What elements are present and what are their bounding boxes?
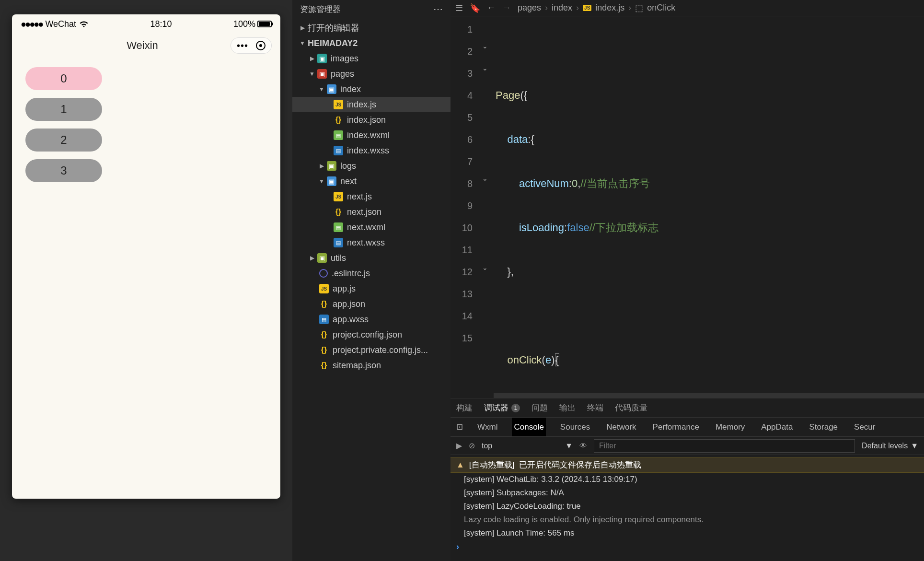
tree-index-folder[interactable]: ▼▣index (292, 82, 450, 97)
tab-output[interactable]: 输出 (559, 402, 576, 413)
tree-next-js[interactable]: JSnext.js (292, 189, 450, 204)
console-output[interactable]: ▲ [自动热重载] 已开启代码文件保存后自动热重载 [system] WeCha… (450, 455, 924, 561)
devtool-tabs: ⊡ Wxml Console Sources Network Performan… (450, 418, 924, 437)
json-icon: {} (319, 361, 329, 370)
dt-console[interactable]: Console (512, 418, 545, 436)
tree-project-config[interactable]: {}project.config.json (292, 327, 450, 342)
dt-memory[interactable]: Memory (714, 418, 747, 436)
tree-index-wxss[interactable]: ▤index.wxss (292, 143, 450, 158)
tab-terminal[interactable]: 终端 (587, 402, 603, 413)
tab-debugger[interactable]: 调试器1 (484, 402, 520, 413)
tree-project-private[interactable]: {}project.private.config.js... (292, 342, 450, 358)
panel-tabs: 构建 调试器1 问题 输出 终端 代码质量 (450, 398, 924, 418)
json-icon: {} (334, 207, 343, 217)
levels-select[interactable]: Default levels▼ (862, 442, 918, 450)
folder-icon: ▣ (317, 69, 327, 79)
tree-utils[interactable]: ▶▣utils (292, 250, 450, 266)
nav-back-icon[interactable]: ← (487, 3, 496, 13)
tree-next-folder[interactable]: ▼▣next (292, 174, 450, 189)
badge: 1 (511, 404, 520, 412)
inspect-icon[interactable]: ⊡ (456, 422, 463, 432)
dt-sources[interactable]: Sources (558, 418, 592, 436)
tree-logs[interactable]: ▶▣logs (292, 158, 450, 174)
clear-icon[interactable]: ⊘ (469, 441, 475, 450)
console-log: [system] Subpackages: N/A (450, 486, 924, 500)
json-icon: {} (319, 345, 329, 355)
explorer-panel: 资源管理器 ⋯ ▶打开的编辑器 ▼HEIMADAY2 ▶▣images ▼▣pa… (292, 0, 450, 561)
tab-problems[interactable]: 问题 (531, 402, 548, 413)
js-icon: JS (319, 284, 329, 293)
filter-input[interactable] (594, 439, 855, 453)
play-icon[interactable]: ▶ (456, 441, 462, 450)
wxml-icon: ▤ (334, 222, 343, 232)
folder-icon: ▣ (327, 176, 336, 186)
wxss-icon: ▤ (319, 315, 329, 324)
folder-icon: ▣ (317, 253, 327, 263)
tab-quality[interactable]: 代码质量 (615, 402, 647, 413)
tree-pages[interactable]: ▼▣pages (292, 66, 450, 82)
bc-file[interactable]: index.js (595, 3, 624, 13)
bookmark-icon[interactable]: 🔖 (470, 3, 480, 13)
fold-icon[interactable]: ⌄ (482, 64, 488, 72)
folder-icon: ▣ (317, 54, 327, 63)
title-bar: Weixin ••• (12, 34, 280, 58)
tree-images[interactable]: ▶▣images (292, 51, 450, 66)
breadcrumb[interactable]: pages › index › JS index.js › ⬚ onClick (518, 3, 675, 13)
fold-icon[interactable]: ⌄ (482, 42, 488, 50)
wxml-icon: ▤ (334, 130, 343, 140)
bc-index[interactable]: index (552, 3, 572, 13)
eye-icon[interactable]: 👁 (579, 442, 587, 450)
outline-icon[interactable]: ☰ (455, 3, 463, 13)
tree-app-js[interactable]: JSapp.js (292, 281, 450, 296)
code-area[interactable]: Page({ data:{ activeNum:0,//当前点击序号 isLoa… (494, 16, 924, 398)
tree-project-root[interactable]: ▼HEIMADAY2 (292, 35, 450, 51)
dt-security[interactable]: Secur (852, 418, 877, 436)
eslint-icon (319, 269, 328, 278)
context-select[interactable]: top▼ (482, 442, 573, 450)
tree-index-js[interactable]: JSindex.js (292, 97, 450, 112)
dt-storage[interactable]: Storage (808, 418, 840, 436)
bottom-panel: 构建 调试器1 问题 输出 终端 代码质量 ⊡ Wxml Console Sou… (450, 398, 924, 561)
status-time: 18:10 (150, 19, 172, 29)
tree-index-wxml[interactable]: ▤index.wxml (292, 128, 450, 143)
dt-performance[interactable]: Performance (651, 418, 701, 436)
json-icon: {} (319, 330, 329, 339)
bc-pages[interactable]: pages (518, 3, 541, 13)
tree-app-json[interactable]: {}app.json (292, 296, 450, 312)
tree-open-editors[interactable]: ▶打开的编辑器 (292, 20, 450, 35)
console-log: [system] Launch Time: 565 ms (450, 526, 924, 540)
fold-icon[interactable]: ⌄ (482, 264, 488, 271)
list-button-0[interactable]: 0 (25, 67, 102, 90)
tree-sitemap[interactable]: {}sitemap.json (292, 358, 450, 373)
fold-icon[interactable]: ⌄ (482, 175, 488, 182)
close-target-icon[interactable] (256, 41, 266, 50)
tree-next-json[interactable]: {}next.json (292, 204, 450, 220)
tree-app-wxss[interactable]: ▤app.wxss (292, 312, 450, 327)
dt-network[interactable]: Network (604, 418, 638, 436)
explorer-title: 资源管理器 (300, 4, 341, 15)
js-icon: JS (334, 192, 343, 201)
tree-index-json[interactable]: {}index.json (292, 112, 450, 128)
console-prompt[interactable]: › (450, 540, 924, 554)
list-button-3[interactable]: 3 (25, 159, 102, 182)
fold-column: ⌄ ⌄ ⌄ ⌄ (479, 16, 494, 398)
capsule-button[interactable]: ••• (231, 37, 272, 54)
list-button-2[interactable]: 2 (25, 129, 102, 152)
tree-next-wxss[interactable]: ▤next.wxss (292, 235, 450, 250)
dt-appdata[interactable]: AppData (759, 418, 795, 436)
tree-next-wxml[interactable]: ▤next.wxml (292, 220, 450, 235)
file-tree: ▶打开的编辑器 ▼HEIMADAY2 ▶▣images ▼▣pages ▼▣in… (292, 18, 450, 561)
menu-dots-icon[interactable]: ••• (237, 43, 248, 48)
nav-forward-icon[interactable]: → (502, 3, 511, 13)
json-icon: {} (319, 299, 329, 309)
folder-icon: ▣ (327, 84, 336, 94)
tree-eslintrc[interactable]: .eslintrc.js (292, 266, 450, 281)
bc-symbol[interactable]: onClick (647, 3, 675, 13)
more-icon[interactable]: ⋯ (433, 3, 443, 15)
dt-wxml[interactable]: Wxml (475, 418, 499, 436)
editor-panel: ☰ 🔖 ← → pages › index › JS index.js › ⬚ … (450, 0, 924, 561)
json-icon: {} (334, 115, 343, 125)
list-button-1[interactable]: 1 (25, 98, 102, 121)
tab-build[interactable]: 构建 (456, 402, 473, 413)
code-editor[interactable]: 123456789101112131415 ⌄ ⌄ ⌄ ⌄ Page({ dat… (450, 16, 924, 398)
